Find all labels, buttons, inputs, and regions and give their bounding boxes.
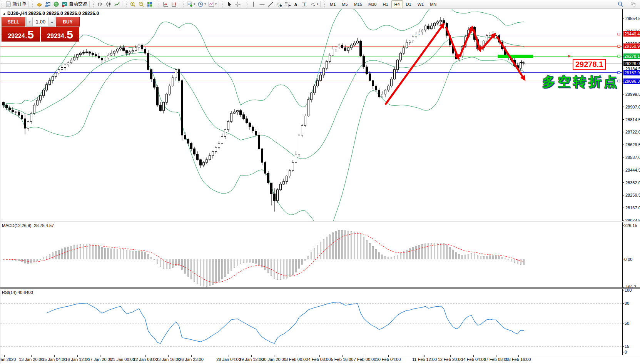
toolbar-grip[interactable] — [126, 2, 127, 7]
candle — [67, 63, 69, 65]
toolbar-grip[interactable] — [183, 2, 184, 7]
toolbar-grip[interactable] — [32, 2, 33, 7]
volume-stepper: 1.00 — [26, 17, 55, 27]
auto-scroll-button[interactable] — [161, 0, 170, 8]
arrows-button[interactable]: ▾ — [309, 0, 319, 8]
toolbar-grip[interactable] — [247, 2, 248, 7]
macd-canvas[interactable]: 226.150.00-186.7 — [0, 222, 640, 288]
channel-icon: E — [276, 1, 282, 7]
timeframe-m5-button[interactable]: M5 — [339, 0, 351, 8]
candle — [357, 41, 359, 43]
sell-price[interactable]: 29224.5 — [2, 27, 40, 42]
candle — [92, 53, 94, 55]
toolbar-grip[interactable] — [324, 2, 325, 7]
buy-price[interactable]: 29234.5 — [41, 27, 79, 42]
chart-window[interactable]: ▲DJ30-,H4 29226.0 29226.0 29226.0 29226.… — [0, 9, 640, 364]
price-callout-box[interactable]: 29278.1 — [573, 59, 606, 70]
navigator-icon — [53, 1, 59, 7]
autotrading-button[interactable]: 自动交易 — [60, 0, 89, 8]
toolbar-grip[interactable] — [2, 2, 3, 7]
timeframe-m1-button[interactable]: M1 — [327, 0, 339, 8]
trend-arrow[interactable] — [446, 27, 458, 58]
time-axis-tick — [54, 355, 55, 357]
zoom-in-icon — [130, 1, 136, 7]
support-highlight-bar[interactable] — [498, 55, 533, 58]
main-chart-canvas[interactable]: 29554.529462.029369.529277.029184.529092… — [0, 9, 640, 221]
candle — [292, 162, 294, 170]
fibonacci-button[interactable]: F — [283, 0, 292, 8]
turning-point-note[interactable]: 多空转折点 — [542, 73, 619, 91]
level-endpoint-marker[interactable] — [618, 33, 620, 35]
navigator-button[interactable] — [52, 0, 60, 8]
price-tick-label: 28722.0 — [625, 130, 640, 134]
candle — [486, 35, 488, 41]
timeframe-w1-button[interactable]: W1 — [414, 0, 427, 8]
zoom-out-button[interactable] — [137, 0, 145, 8]
timeframe-m30-button[interactable]: M30 — [365, 0, 379, 8]
text-icon: A — [293, 1, 299, 7]
candle — [403, 48, 405, 53]
templates-button[interactable]: ▾ — [207, 0, 218, 8]
candle — [120, 48, 122, 49]
zoom-in-button[interactable] — [129, 0, 137, 8]
search-button[interactable] — [616, 0, 625, 8]
market-watch-button[interactable] — [35, 0, 43, 8]
text-button[interactable]: A — [292, 0, 300, 8]
chart-shift-icon — [171, 1, 177, 7]
collapse-chart-icon[interactable]: ▲ — [3, 12, 6, 15]
new-order-button[interactable]: 新订单 — [4, 0, 28, 8]
data-window-button[interactable] — [43, 0, 52, 8]
volume-decrease-button[interactable] — [26, 17, 33, 26]
toolbar-grip[interactable] — [222, 2, 224, 7]
line-chart-button[interactable] — [113, 0, 121, 8]
cursor-button[interactable] — [225, 0, 234, 8]
macd-histogram — [3, 230, 525, 286]
vertical-line-button[interactable] — [249, 0, 258, 8]
sell-button[interactable]: SELL — [2, 17, 25, 27]
timeframe-mn-button[interactable]: MN — [427, 0, 439, 8]
periods-button[interactable]: ▾ — [196, 0, 207, 8]
toolbar-grip[interactable] — [159, 2, 160, 7]
toolbar-grip[interactable] — [93, 2, 94, 7]
chat-button[interactable] — [629, 0, 638, 8]
volume-input[interactable]: 1.00 — [33, 17, 48, 26]
trendline-button[interactable] — [266, 0, 275, 8]
chart-shift-button[interactable] — [170, 0, 178, 8]
candle — [150, 70, 152, 79]
toolbar-separator — [28, 1, 29, 7]
dropdown-arrow-icon[interactable]: ▾ — [317, 2, 318, 6]
text-label-button[interactable]: T — [300, 0, 309, 8]
dropdown-arrow-icon[interactable]: ▾ — [204, 2, 206, 6]
bar-chart-button[interactable] — [96, 0, 104, 8]
crosshair-button[interactable] — [234, 0, 242, 8]
tile-windows-button[interactable] — [145, 0, 154, 8]
level-endpoint-marker[interactable] — [618, 45, 620, 47]
candle — [246, 119, 248, 123]
level-endpoint-marker[interactable] — [618, 55, 620, 57]
candlestick-chart-button[interactable] — [104, 0, 113, 8]
candle — [258, 135, 260, 149]
candle — [323, 68, 325, 75]
trend-arrow[interactable] — [385, 24, 444, 105]
trend-arrow[interactable] — [460, 27, 472, 57]
dropdown-arrow-icon[interactable]: ▾ — [194, 2, 195, 6]
candle — [154, 79, 155, 87]
timeframe-h4-button[interactable]: H4 — [391, 0, 403, 8]
rsi-panel-separator[interactable] — [0, 287, 640, 289]
dropdown-arrow-icon[interactable]: ▾ — [215, 2, 217, 6]
time-axis-label: 16 Jan 12:00 — [65, 357, 90, 362]
candle — [221, 137, 223, 144]
macd-panel-separator[interactable] — [0, 221, 640, 222]
time-axis[interactable]: 10 Jan 202013 Jan 20:0015 Jan 04:0016 Ja… — [0, 355, 640, 364]
timeframe-h1-button[interactable]: H1 — [379, 0, 391, 8]
trend-arrow[interactable] — [497, 37, 525, 80]
buy-button[interactable]: BUY — [56, 17, 80, 27]
time-axis-tick — [229, 355, 229, 357]
timeframe-m15-button[interactable]: M15 — [351, 0, 365, 8]
rsi-canvas[interactable]: 1008050150 — [0, 289, 640, 355]
indicators-button[interactable]: ▾ — [185, 0, 196, 8]
equidistant-channel-button[interactable]: E — [275, 0, 283, 8]
volume-increase-button[interactable] — [48, 17, 55, 26]
timeframe-d1-button[interactable]: D1 — [403, 0, 414, 8]
horizontal-line-button[interactable] — [258, 0, 266, 8]
